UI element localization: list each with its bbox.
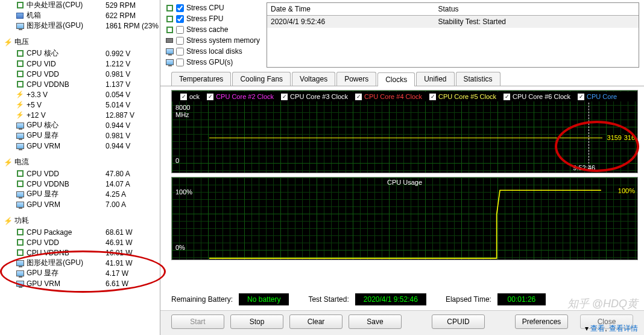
sensor-label: CPU VDDNB: [27, 80, 106, 89]
sensor-value: 4.17 W: [106, 269, 160, 278]
sensor-row[interactable]: CPU VDDNB1.137 V: [4, 79, 160, 89]
sensor-row[interactable]: CPU VID1.212 V: [4, 59, 160, 69]
legend-item[interactable]: ✓CPU Core #3 Clock: [281, 93, 348, 100]
sensor-row[interactable]: GPU 显存4.17 W: [4, 268, 160, 278]
chip-icon: [16, 238, 24, 247]
case-icon: [16, 11, 24, 20]
legend-item[interactable]: ✓CPU Core #6 Clock: [504, 93, 570, 100]
sensor-value: 1861 RPM (23%: [106, 22, 160, 30]
sensor-value: 16.01 W: [106, 249, 160, 257]
sensor-value: 41.91 W: [106, 259, 160, 267]
monitor-icon: [16, 259, 24, 267]
sensor-label: CPU VDD: [27, 170, 106, 178]
stress-checkbox[interactable]: [176, 26, 184, 34]
sensor-row[interactable]: GPU 显存0.981 V: [4, 130, 160, 141]
sensor-value: 0.981 V: [106, 70, 160, 78]
stress-option: Stress cache: [165, 24, 262, 35]
legend-item[interactable]: ✓CPU Core #4 Clock: [355, 93, 422, 100]
chip-icon: [16, 1, 24, 10]
check-icon: ✓: [207, 94, 213, 100]
stress-option: Stress system memory: [165, 35, 262, 46]
tab-bar: TemperaturesCooling FansVoltagesPowersCl…: [160, 70, 644, 86]
sensor-row[interactable]: ⚡+5 V5.014 V: [4, 100, 160, 110]
preferences-button[interactable]: Preferences: [515, 314, 568, 329]
tab-powers[interactable]: Powers: [336, 72, 376, 86]
stress-option: Stress GPU(s): [165, 57, 262, 68]
sensor-row[interactable]: ⚡+12 V12.887 V: [4, 110, 160, 120]
sensor-row[interactable]: CPU 核心0.992 V: [4, 48, 160, 59]
sensor-row[interactable]: GPU 显存4.25 A: [4, 189, 160, 199]
tab-voltages[interactable]: Voltages: [292, 72, 335, 86]
stop-button[interactable]: Stop: [230, 314, 283, 329]
sensor-value: 68.61 W: [106, 228, 160, 237]
cpu-usage-chart[interactable]: CPU Usage 100% 0% 100%: [171, 177, 638, 260]
y-unit: MHz: [175, 111, 189, 118]
sensor-value: 1.137 V: [106, 80, 160, 89]
legend-item[interactable]: ✓CPU Core: [578, 93, 617, 100]
sensor-row[interactable]: 图形处理器(GPU)41.91 W: [4, 258, 160, 268]
sensor-label: GPU 显存: [27, 130, 106, 141]
clear-button[interactable]: Clear: [289, 314, 343, 329]
monitor-icon: [16, 279, 24, 288]
chip-icon: [16, 49, 24, 58]
stress-checkbox[interactable]: [176, 15, 184, 23]
clocks-chart[interactable]: ✓ock✓CPU Core #2 Clock✓CPU Core #3 Clock…: [171, 90, 638, 173]
sensor-tree: 中央处理器(CPU)529 RPM机箱622 RPM图形处理器(GPU)1861…: [0, 0, 160, 335]
legend-item[interactable]: ✓CPU Core #5 Clock: [429, 93, 496, 100]
bolt-icon: ⚡: [16, 91, 24, 99]
stress-checkbox[interactable]: [176, 59, 184, 66]
battery-label: Remaining Battery:: [171, 295, 233, 304]
sensor-row[interactable]: 图形处理器(GPU)1861 RPM (23%: [4, 21, 160, 31]
sensor-row[interactable]: GPU VRM6.61 W: [4, 278, 160, 289]
sensor-value: 5.014 V: [106, 101, 160, 109]
monitor-icon: [16, 200, 24, 209]
legend-item[interactable]: ✓CPU Core #2 Clock: [207, 93, 274, 100]
sensor-row[interactable]: CPU Package68.61 W: [4, 227, 160, 237]
sensor-row[interactable]: GPU VRM0.944 V: [4, 141, 160, 151]
chip-icon: [16, 249, 24, 257]
tab-cooling-fans[interactable]: Cooling Fans: [232, 72, 291, 86]
tab-clocks[interactable]: Clocks: [377, 72, 415, 86]
sensor-value: 0.981 V: [106, 132, 160, 140]
sensor-value: 12.887 V: [106, 111, 160, 120]
tab-unified[interactable]: Unified: [416, 72, 454, 86]
sensor-row[interactable]: CPU VDDNB16.01 W: [4, 247, 160, 258]
check-icon: ✓: [281, 94, 288, 100]
chip-icon: [16, 80, 24, 89]
link-view[interactable]: 查看: [590, 324, 605, 333]
sensor-row[interactable]: CPU VDD46.91 W: [4, 237, 160, 247]
save-button[interactable]: Save: [349, 314, 402, 329]
cpuid-button[interactable]: CPUID: [432, 314, 485, 329]
footer-links: ▾ 查看, 查看详情: [585, 324, 638, 334]
sensor-row[interactable]: 机箱622 RPM: [4, 10, 160, 21]
link-detail[interactable]: 查看详情: [609, 324, 638, 333]
check-icon: ✓: [180, 94, 187, 100]
sensor-row[interactable]: ⚡+3.3 V0.054 V: [4, 89, 160, 100]
stress-checkbox[interactable]: [176, 4, 184, 12]
sensor-row[interactable]: CPU VDD0.981 V: [4, 69, 160, 79]
sensor-row[interactable]: CPU VDDNB14.07 A: [4, 179, 160, 189]
value-label: 3159: [607, 134, 622, 141]
sensor-label: 中央处理器(CPU): [27, 0, 106, 10]
stress-checkbox[interactable]: [176, 37, 184, 45]
value-label: 316: [624, 134, 635, 141]
chart-title: CPU Usage: [172, 179, 637, 186]
stress-label: Stress system memory: [186, 36, 260, 45]
tab-statistics[interactable]: Statistics: [456, 72, 500, 86]
stress-label: Stress GPU(s): [186, 58, 233, 66]
sensor-row[interactable]: 中央处理器(CPU)529 RPM: [4, 0, 160, 10]
sensor-row[interactable]: GPU VRM7.00 A: [4, 199, 160, 209]
legend-item[interactable]: ✓ock: [180, 93, 200, 100]
monitor-icon: [165, 58, 174, 66]
y-max: 8000: [175, 104, 190, 111]
sensor-value: 622 RPM: [106, 11, 160, 20]
sensor-value: 0.944 V: [106, 121, 160, 130]
stress-checkbox[interactable]: [176, 48, 184, 56]
tab-temperatures[interactable]: Temperatures: [171, 72, 231, 86]
stress-label: Stress cache: [186, 25, 228, 34]
sensor-row[interactable]: CPU VDD47.80 A: [4, 168, 160, 179]
sensor-row[interactable]: GPU 核心0.944 V: [4, 120, 160, 130]
sensor-label: GPU VRM: [27, 279, 106, 288]
section-current: ⚡电流: [4, 156, 160, 168]
sensor-value: 1.212 V: [106, 60, 160, 68]
